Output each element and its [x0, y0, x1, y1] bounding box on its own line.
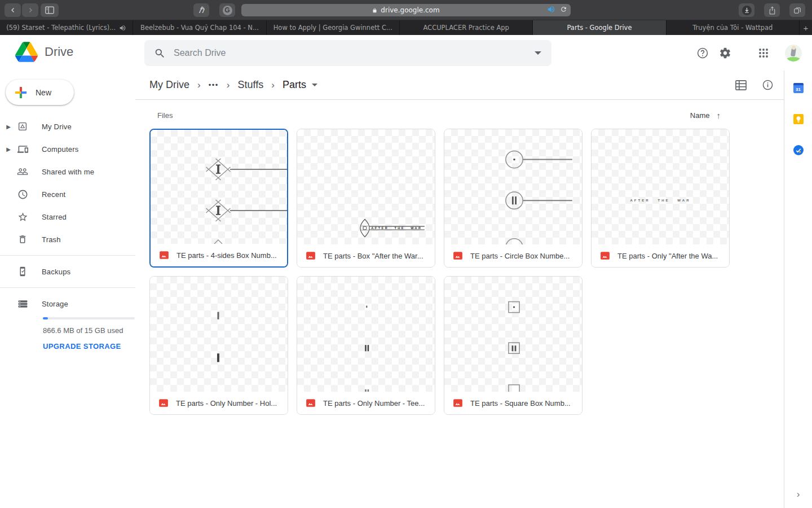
tab-google-drive-active[interactable]: Parts - Google Drive	[533, 20, 665, 35]
storage-progress-fill	[43, 317, 48, 319]
file-card-only-number-teeth[interactable]: TE parts - Only Number - Tee...	[297, 276, 435, 415]
file-card-only-after-the-war[interactable]: AFTER THE WAR TE parts - Only "After the…	[591, 129, 730, 268]
file-name: TE parts - Circle Box Numbe...	[470, 252, 570, 260]
svg-text:AFTER THE WAR: AFTER THE WAR	[630, 199, 690, 202]
search-options-caret[interactable]	[535, 51, 541, 55]
chevron-left-icon	[12, 8, 14, 12]
keep-icon[interactable]	[793, 114, 804, 124]
file-thumbnail	[444, 277, 582, 392]
sidebar-item-backups[interactable]: Backups	[0, 260, 135, 283]
breadcrumb: My Drive › ••• › Stuffs › Parts	[135, 71, 784, 100]
tab-bar: (59) Starset - Telepathic (Lyrics)... Be…	[0, 20, 812, 35]
sort-control[interactable]: Name ↑	[690, 111, 721, 120]
settings-button[interactable]	[714, 42, 736, 64]
starred-icon	[17, 212, 28, 222]
info-button[interactable]	[762, 79, 774, 91]
honey-icon: ℏ	[198, 5, 204, 15]
chevron-right-icon: ›	[227, 80, 230, 91]
image-file-icon	[600, 251, 610, 261]
search-input[interactable]	[174, 48, 524, 58]
breadcrumb-my-drive[interactable]: My Drive	[149, 79, 189, 91]
file-card-4-sides-box[interactable]: TE parts - 4-sides Box Numb...	[149, 129, 288, 268]
list-view-toggle-button[interactable]	[735, 80, 747, 91]
sidebar-item-storage[interactable]: Storage	[0, 292, 135, 315]
divider	[0, 287, 135, 288]
new-button[interactable]: New	[6, 80, 74, 105]
image-file-icon	[453, 398, 463, 408]
chevron-right-icon: ›	[197, 80, 201, 91]
computers-icon	[17, 144, 28, 155]
upgrade-storage-link[interactable]: UPGRADE STORAGE	[43, 342, 135, 351]
grammarly-icon: G	[223, 6, 232, 15]
breadcrumb-parts-current[interactable]: Parts	[283, 79, 306, 91]
account-avatar[interactable]	[785, 45, 802, 62]
tasks-icon[interactable]	[793, 145, 804, 155]
thumbnail-drawing	[444, 129, 582, 244]
apps-grid-button[interactable]	[752, 42, 775, 64]
sidebar-item-trash[interactable]: Trash	[0, 228, 135, 251]
help-button[interactable]	[691, 42, 714, 64]
sidebar-item-computers[interactable]: ▶ Computers	[0, 138, 135, 160]
storage-used-text: 866.6 MB of 15 GB used	[43, 326, 135, 335]
back-button[interactable]	[5, 3, 21, 17]
chevron-right-icon: ›	[271, 80, 275, 91]
folder-menu-caret[interactable]	[312, 84, 317, 86]
tab-overview-button[interactable]	[789, 3, 805, 17]
reload-icon[interactable]	[560, 6, 567, 13]
image-file-icon	[306, 398, 316, 408]
new-tab-button[interactable]: +	[800, 20, 812, 35]
file-thumbnail: AFTER THE WAR	[297, 129, 435, 244]
sidebar: New ▶ My Drive ▶ Computers	[0, 71, 135, 508]
thumbnail-drawing	[150, 277, 288, 392]
forward-button[interactable]	[22, 3, 38, 17]
sidebar-item-my-drive[interactable]: ▶ My Drive	[0, 115, 135, 138]
browser-toolbar: ℏ G drive.google.com	[0, 0, 812, 20]
thumbnail-drawing	[444, 277, 582, 392]
address-bar[interactable]: drive.google.com	[241, 4, 571, 16]
file-name: TE parts - Square Box Numb...	[470, 399, 571, 408]
main-content: My Drive › ••• › Stuffs › Parts	[135, 71, 784, 508]
sidebar-item-starred[interactable]: Starred	[0, 205, 135, 228]
sidebar-toggle-button[interactable]	[41, 3, 59, 17]
drive-logo[interactable]: Drive	[15, 42, 73, 62]
breadcrumb-collapsed-button[interactable]: •••	[209, 81, 219, 89]
image-file-icon	[453, 251, 463, 261]
file-card-circle-box[interactable]: TE parts - Circle Box Numbe...	[444, 129, 582, 268]
breadcrumb-stuffs[interactable]: Stuffs	[238, 79, 264, 91]
backups-icon	[17, 266, 28, 277]
search-icon	[154, 47, 166, 59]
file-card-square-box[interactable]: TE parts - Square Box Numb...	[444, 276, 582, 415]
sort-ascending-icon[interactable]: ↑	[717, 111, 721, 120]
share-button[interactable]	[764, 3, 780, 17]
share-icon	[769, 6, 776, 15]
tab-starset[interactable]: (59) Starset - Telepathic (Lyrics)...	[0, 20, 133, 35]
expand-panel-chevron[interactable]: ›	[784, 489, 812, 500]
multicolor-plus-icon	[14, 86, 28, 99]
tab-wattpad[interactable]: Truyện của Tôi - Wattpad	[667, 20, 799, 35]
honey-extension-button[interactable]: ℏ	[193, 3, 209, 17]
calendar-icon[interactable]: 31	[793, 83, 804, 93]
sidebar-item-shared-with-me[interactable]: Shared with me	[0, 160, 135, 183]
file-card-only-number-holes[interactable]: TE parts - Only Number - Hol...	[149, 276, 288, 415]
apps-grid-icon	[758, 48, 769, 58]
tab-accuplacer[interactable]: ACCUPLACER Practice App	[400, 20, 532, 35]
thumbnail-drawing	[151, 130, 287, 244]
sidebar-item-recent[interactable]: Recent	[0, 183, 135, 205]
grammarly-extension-button[interactable]: G	[219, 3, 235, 17]
my-drive-icon	[17, 121, 28, 132]
downloads-button[interactable]	[739, 3, 754, 17]
expand-caret-icon[interactable]: ▶	[0, 124, 17, 130]
audio-playing-icon[interactable]	[547, 5, 555, 14]
file-thumbnail	[150, 277, 288, 392]
file-thumbnail	[151, 130, 287, 244]
tab-beelzebub[interactable]: Beelzebub - Vua Quỷ Chap 104 - N...	[133, 20, 266, 35]
expand-caret-icon[interactable]: ▶	[0, 146, 17, 152]
tab-how-to-apply[interactable]: How to Apply | Georgia Gwinnett C...	[267, 20, 399, 35]
thumbnail-drawing	[297, 277, 435, 392]
file-name: TE parts - Only Number - Tee...	[323, 399, 425, 408]
file-card-box-after-the-war[interactable]: AFTER THE WAR TE parts - Box "After the …	[297, 129, 435, 268]
drive-header: Drive	[0, 35, 812, 71]
recent-icon	[17, 189, 28, 200]
lock-icon	[372, 7, 377, 14]
files-section-label: Files	[157, 111, 173, 120]
